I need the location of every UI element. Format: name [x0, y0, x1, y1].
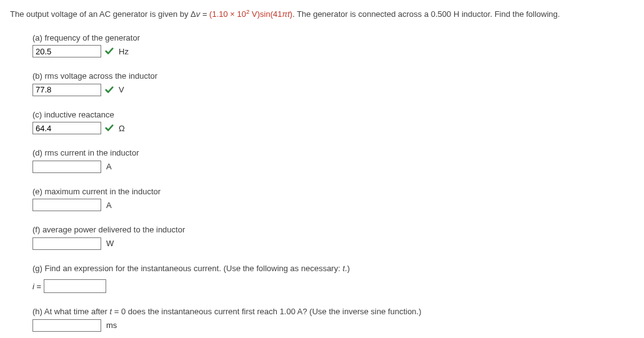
part-c: (c) inductive reactance Ω	[32, 109, 634, 135]
part-c-label: (c) inductive reactance	[32, 109, 634, 121]
hl-open: (1.10 × 10	[209, 9, 246, 19]
part-g-input[interactable]	[44, 279, 106, 293]
part-f-label: (f) average power delivered to the induc…	[32, 224, 634, 236]
part-b-input[interactable]	[32, 84, 101, 96]
part-f: (f) average power delivered to the induc…	[32, 224, 634, 250]
part-h-label-pre: (h) At what time after	[32, 307, 110, 316]
problem-statement: The output voltage of an AC generator is…	[10, 7, 634, 21]
part-e-unit: A	[106, 199, 112, 212]
problem-prefix: The output voltage of an AC generator is…	[10, 9, 196, 19]
part-c-input[interactable]	[32, 122, 101, 134]
check-icon	[105, 47, 114, 56]
part-e-row: A	[32, 199, 634, 211]
problem-eq: =	[200, 9, 209, 19]
check-icon	[105, 124, 114, 132]
hl-pi: π	[282, 9, 287, 19]
part-d-unit: A	[106, 161, 112, 173]
part-g-label: (g) Find an expression for the instantan…	[32, 262, 634, 275]
problem-highlight: (1.10 × 102 V)sin(41πt)	[209, 9, 292, 19]
part-g: (g) Find an expression for the instantan…	[32, 262, 634, 275]
part-a-row: Hz	[32, 45, 634, 57]
part-h-label-mid: = 0 does the instantaneous current first…	[112, 307, 421, 316]
check-icon	[105, 86, 114, 94]
part-a: (a) frequency of the generator Hz	[32, 32, 634, 58]
part-a-unit: Hz	[119, 46, 129, 58]
hl-mid: V)sin(41	[249, 9, 282, 19]
part-g-row: i =	[32, 279, 634, 293]
part-d-input[interactable]	[32, 161, 101, 173]
part-h-input[interactable]	[32, 319, 101, 332]
part-e-label: (e) maximum current in the inductor	[32, 186, 634, 198]
part-f-unit: W	[106, 237, 114, 250]
part-h-row: ms	[32, 319, 634, 332]
part-g-prefix-eq: =	[34, 282, 41, 291]
part-b: (b) rms voltage across the inductor V	[32, 70, 634, 96]
part-d-row: A	[32, 161, 634, 173]
part-g-label-pre: (g) Find an expression for the instantan…	[32, 264, 342, 273]
part-h-label: (h) At what time after t = 0 does the in…	[32, 306, 634, 318]
part-b-row: V	[32, 84, 634, 96]
part-g-prefix: i =	[32, 281, 41, 293]
part-b-unit: V	[119, 84, 124, 96]
part-h: (h) At what time after t = 0 does the in…	[32, 306, 634, 332]
part-f-input[interactable]	[32, 237, 101, 250]
part-d-label: (d) rms current in the inductor	[32, 147, 634, 159]
part-h-unit: ms	[106, 319, 117, 332]
part-a-input[interactable]	[32, 45, 101, 57]
part-g-label-post: .)	[345, 264, 350, 273]
part-c-row: Ω	[32, 122, 634, 134]
part-c-unit: Ω	[119, 122, 125, 135]
problem-suffix: . The generator is connected across a 0.…	[292, 9, 560, 19]
part-a-label: (a) frequency of the generator	[32, 32, 634, 44]
part-b-label: (b) rms voltage across the inductor	[32, 70, 634, 82]
part-e: (e) maximum current in the inductor A	[32, 186, 634, 212]
part-f-row: W	[32, 237, 634, 250]
part-d: (d) rms current in the inductor A	[32, 147, 634, 173]
part-e-input[interactable]	[32, 199, 101, 211]
